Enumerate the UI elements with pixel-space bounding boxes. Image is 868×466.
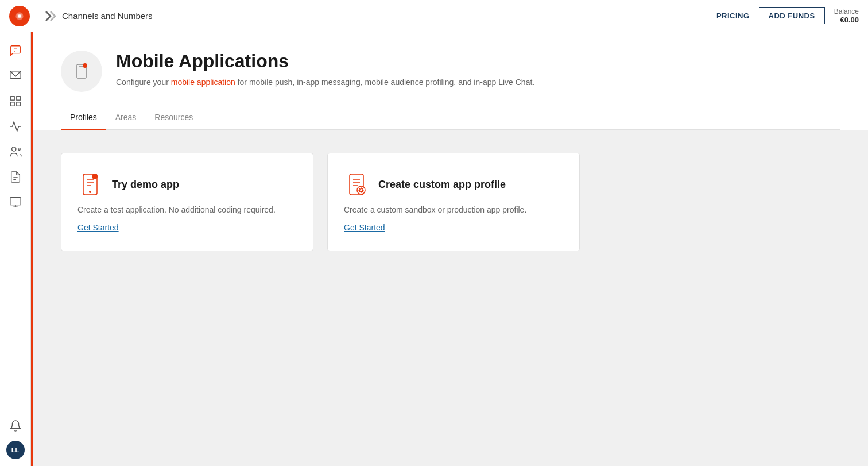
svg-point-18 bbox=[92, 174, 98, 179]
page-header: Mobile Applications Configure your mobil… bbox=[33, 32, 868, 130]
svg-rect-13 bbox=[10, 198, 20, 205]
page-icon-wrapper bbox=[61, 51, 102, 92]
tab-profiles[interactable]: Profiles bbox=[61, 106, 106, 130]
demo-app-card: Try demo app Create a test application. … bbox=[61, 153, 313, 251]
app-logo[interactable] bbox=[9, 6, 30, 26]
page-subtitle: Configure your mobile application for mo… bbox=[116, 76, 840, 88]
add-funds-button[interactable]: ADD FUNDS bbox=[759, 7, 825, 24]
sidebar: LL bbox=[0, 32, 31, 466]
svg-point-9 bbox=[11, 147, 16, 151]
custom-card-title: Create custom app profile bbox=[378, 179, 506, 191]
demo-card-title: Try demo app bbox=[112, 179, 179, 191]
tab-resources[interactable]: Resources bbox=[145, 106, 202, 130]
sidebar-toggle[interactable] bbox=[39, 7, 57, 25]
page-breadcrumb: Channels and Numbers bbox=[62, 11, 716, 21]
tab-content: Try demo app Create a test application. … bbox=[33, 130, 868, 466]
custom-app-icon bbox=[344, 172, 369, 197]
demo-card-desc: Create a test application. No additional… bbox=[78, 204, 297, 216]
user-avatar[interactable]: LL bbox=[6, 441, 25, 459]
page-tabs: Profiles Areas Resources bbox=[61, 106, 840, 130]
tab-areas[interactable]: Areas bbox=[106, 106, 146, 130]
sidebar-bottom: LL bbox=[5, 415, 26, 459]
svg-point-10 bbox=[18, 148, 20, 151]
sidebar-item-audience[interactable] bbox=[4, 140, 27, 163]
page-title: Mobile Applications bbox=[116, 51, 840, 72]
svg-point-16 bbox=[83, 63, 87, 68]
card-header-custom: Create custom app profile bbox=[344, 172, 563, 197]
sidebar-item-analytics[interactable] bbox=[4, 115, 27, 138]
svg-rect-7 bbox=[10, 102, 14, 106]
notifications-icon[interactable] bbox=[5, 415, 26, 436]
balance-display: Balance €0.00 bbox=[834, 7, 859, 24]
top-header: Channels and Numbers PRICING ADD FUNDS B… bbox=[0, 0, 868, 32]
balance-label: Balance bbox=[834, 7, 859, 16]
custom-card-desc: Create a custom sandbox or production ap… bbox=[344, 204, 563, 216]
sidebar-item-channels[interactable] bbox=[4, 191, 27, 214]
demo-get-started-link[interactable]: Get Started bbox=[78, 223, 297, 232]
main-content: Mobile Applications Configure your mobil… bbox=[33, 32, 868, 466]
page-title-area: Mobile Applications Configure your mobil… bbox=[116, 51, 840, 88]
svg-rect-5 bbox=[10, 97, 14, 100]
svg-point-1 bbox=[18, 14, 21, 17]
custom-app-card: Create custom app profile Create a custo… bbox=[327, 153, 580, 251]
balance-amount: €0.00 bbox=[834, 16, 859, 24]
custom-get-started-link[interactable]: Get Started bbox=[344, 223, 563, 232]
demo-app-icon bbox=[78, 172, 103, 197]
sidebar-item-templates[interactable] bbox=[4, 165, 27, 188]
svg-rect-8 bbox=[16, 102, 20, 106]
svg-point-22 bbox=[89, 191, 91, 193]
sidebar-item-chat[interactable] bbox=[4, 39, 27, 62]
pricing-link[interactable]: PRICING bbox=[716, 11, 750, 20]
subtitle-link-mobile[interactable]: mobile application bbox=[171, 78, 235, 87]
header-actions: PRICING ADD FUNDS Balance €0.00 bbox=[716, 7, 859, 24]
card-header: Try demo app bbox=[78, 172, 297, 197]
sidebar-item-inbox[interactable] bbox=[4, 64, 27, 87]
svg-rect-6 bbox=[16, 97, 20, 100]
sidebar-item-campaigns[interactable] bbox=[4, 90, 27, 113]
body-layout: LL Mobile Applications Confi bbox=[0, 32, 868, 466]
cards-row: Try demo app Create a test application. … bbox=[61, 153, 840, 251]
